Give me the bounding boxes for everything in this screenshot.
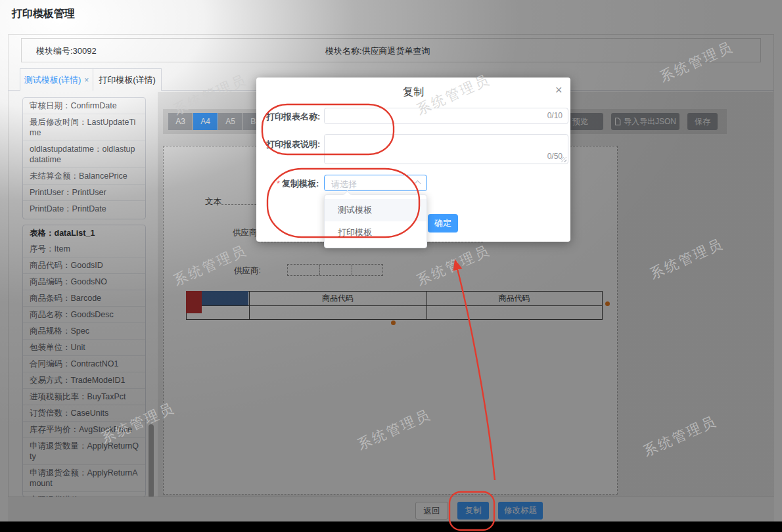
field-list-item[interactable]: 商品规格：Spec	[23, 322, 145, 339]
canvas-supplier-row-label[interactable]: 供应商:	[234, 265, 261, 277]
field-list-item[interactable]: 申请退货金额：ApplyReturnAmount	[23, 464, 145, 491]
footer-bar	[8, 497, 774, 521]
field-list-item[interactable]: 交易方式：TradeModeID1	[23, 372, 145, 388]
table-header-cell[interactable]: 商品代码	[249, 292, 426, 305]
report-desc-textarea[interactable]: 0/50	[324, 134, 568, 164]
field-list-item[interactable]: 库存平均价：AvgStockPrice	[23, 421, 145, 437]
dialog-title: 复制	[256, 85, 570, 99]
char-counter: 0/50	[547, 152, 563, 161]
save-button[interactable]: 保存	[687, 113, 718, 130]
report-name-input[interactable]: 0/10	[324, 108, 568, 124]
select-placeholder: 请选择	[331, 179, 357, 190]
tab-close-icon[interactable]: ×	[84, 76, 89, 85]
module-number: 模块编号:30092	[36, 45, 97, 57]
resize-grip-icon[interactable]	[561, 157, 566, 162]
report-desc-label: 打印报表说明:	[266, 139, 320, 150]
confirm-button[interactable]: 确定	[428, 214, 458, 233]
document-icon	[614, 118, 621, 125]
label-text: 复制模板:	[282, 179, 319, 188]
module-info-bar: 模块编号:30092 模块名称:供应商退货单查询	[21, 38, 761, 62]
paper-size-group: A3A4A5B3	[168, 113, 268, 130]
field-list-item[interactable]: 最后修改时间：LastUpdateTime	[23, 114, 145, 141]
sidebar-scrollbar-thumb[interactable]	[149, 424, 154, 498]
report-name-label: 打印报表名称:	[266, 111, 320, 123]
field-list-item[interactable]: 包装单位：Unit	[23, 339, 145, 355]
field-list-item[interactable]: 审核日期：ConfirmDate	[23, 98, 145, 114]
field-list-item[interactable]: 商品条码：Barcode	[23, 290, 145, 306]
back-button[interactable]: 返回	[415, 502, 448, 520]
field-list-item[interactable]: 序号：Item	[23, 241, 145, 257]
tab-test-template[interactable]: 测试模板(详情)×	[20, 68, 93, 91]
field-list-item[interactable]: 进项税额比率：BuyTaxPct	[23, 388, 145, 405]
dropdown-option[interactable]: 打印模板	[325, 221, 426, 244]
canvas-data-table[interactable]: 商品代码 商品代码	[186, 291, 603, 320]
field-list-group-1: 审核日期：ConfirmDate最后修改时间：LastUpdateTimeold…	[22, 97, 146, 219]
dropdown-options: 测试模板打印模板	[325, 199, 426, 244]
table-header-cell[interactable]: 商品代码	[426, 292, 602, 305]
field-list-item[interactable]: PrintUser：PrintUser	[23, 184, 145, 200]
canvas-supplier-element-label[interactable]: 供应商	[233, 227, 258, 238]
import-export-json-button[interactable]: 导入导出JSON	[611, 113, 679, 130]
module-name: 模块名称:供应商退货单查询	[325, 45, 430, 57]
table-fields-list: 序号：Item商品代码：GoodsID商品编码：GoodsNO商品条码：Barc…	[23, 241, 145, 497]
paper-size-button[interactable]: A4	[193, 113, 218, 130]
paper-size-button[interactable]: A3	[168, 113, 193, 130]
table-highlight-cell[interactable]	[202, 291, 248, 305]
char-counter: 0/10	[547, 111, 563, 120]
table-selected-cell[interactable]	[186, 291, 202, 313]
field-list-item[interactable]: 商品名称：GoodsDesc	[23, 306, 145, 322]
field-list-item[interactable]: 商品代码：GoodsID	[23, 257, 145, 273]
template-dropdown: 测试模板打印模板	[324, 194, 427, 248]
bottom-black-bar	[0, 521, 782, 532]
field-list-item[interactable]: PrintDate：PrintDate	[23, 200, 145, 217]
tab-label: 测试模板(详情)	[24, 75, 81, 85]
table-fields-header: 表格：dataList_1	[23, 225, 145, 241]
drag-handle-icon[interactable]	[391, 321, 396, 325]
close-icon[interactable]: ×	[555, 84, 563, 96]
field-list-item[interactable]: 申请退货数量：ApplyReturnQty	[23, 437, 145, 464]
table-row-border	[187, 305, 602, 306]
edit-title-button[interactable]: 修改标题	[498, 502, 543, 520]
field-list-item[interactable]: 商品编码：GoodsNO	[23, 273, 145, 290]
tab-print-template[interactable]: 打印模板(详情)	[93, 68, 162, 91]
field-list-item[interactable]: 合同编码：ContractNO1	[23, 355, 145, 372]
canvas-supplier-row-field[interactable]	[287, 264, 383, 276]
copy-button[interactable]: 复制	[457, 502, 489, 520]
button-label: 导入导出JSON	[624, 117, 676, 126]
field-divider	[319, 265, 320, 275]
chevron-up-icon	[415, 181, 421, 187]
copy-template-select[interactable]: 请选择	[324, 175, 427, 191]
page-title: 打印模板管理	[12, 7, 75, 21]
drag-handle-icon[interactable]	[605, 301, 610, 306]
field-list-item[interactable]: 订货倍数：CaseUnits	[23, 405, 145, 421]
dropdown-option[interactable]: 测试模板	[325, 199, 426, 221]
paper-size-button[interactable]: A5	[218, 113, 242, 130]
copy-template-label: *复制模板:	[277, 178, 319, 190]
canvas-text-element-label[interactable]: 文本	[205, 196, 221, 208]
print-template-manager-page: 打印模板管理 模块编号:30092 模块名称:供应商退货单查询 测试模板(详情)…	[0, 0, 782, 532]
field-list-item[interactable]: 未结算金额：BalancePrice	[23, 167, 145, 184]
field-list-group-2: 表格：dataList_1 序号：Item商品代码：GoodsID商品编码：Go…	[22, 225, 146, 497]
tab-label: 打印模板(详情)	[99, 75, 156, 85]
field-list-item[interactable]: oldlastupdatatime：oldlastupdatatime	[23, 141, 145, 167]
required-asterisk: *	[277, 179, 280, 188]
field-divider	[352, 265, 352, 275]
